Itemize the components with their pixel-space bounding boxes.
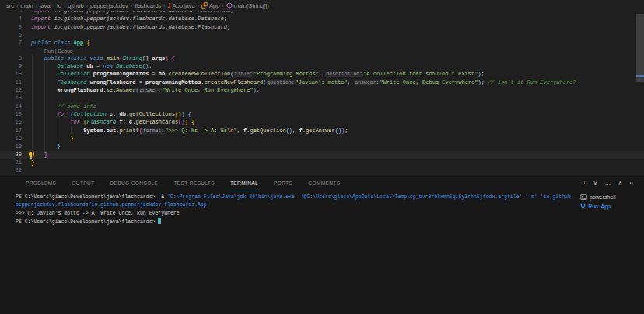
code-line: 17 System.out.printf(format:">>> Q: %s -…: [0, 127, 644, 134]
line-number: 18: [0, 134, 22, 142]
breadcrumb-separator: ›: [222, 3, 223, 9]
breadcrumb-item-github[interactable]: github: [68, 2, 83, 9]
indent-guide: [58, 118, 58, 142]
code-line-text: Flashcard wrongFlashcard = programmingMo…: [31, 78, 644, 86]
code-line: 8 public static void main(String[] args)…: [0, 54, 644, 62]
line-number: 5: [0, 23, 22, 31]
terminal-line: >>> Q: Javian's motto -> A: Write Once, …: [16, 210, 576, 218]
code-line-text: import io.github.pepperjackdev.flashcard…: [31, 15, 644, 23]
code-area: 3import io.github.pepperjackdev.flashcar…: [0, 11, 644, 175]
line-number: 13: [0, 94, 22, 102]
breadcrumb-item-java[interactable]: java: [40, 2, 51, 9]
panel-tab-terminal[interactable]: TERMINAL: [230, 176, 258, 190]
indent-guide: [32, 54, 33, 159]
code-editor[interactable]: 3import io.github.pepperjackdev.flashcar…: [0, 11, 644, 176]
breadcrumb-item-label: pepperjackdev: [90, 2, 128, 9]
codelens-run-debug[interactable]: Run | Debug: [0, 47, 644, 54]
code-line: 5import io.github.pepperjackdev.flashcar…: [0, 23, 644, 31]
panel-tab-comments[interactable]: COMMENTS: [308, 176, 340, 190]
breadcrumb-item-src[interactable]: src: [6, 2, 14, 9]
code-line-text: System.out.printf(format:">>> Q: %s -> A…: [31, 127, 644, 134]
gear-icon: ⚙: [580, 203, 586, 209]
symbol-method-icon: [226, 2, 233, 9]
breadcrumb-separator: ›: [198, 3, 199, 9]
bottom-panel: PROBLEMSOUTPUTDEBUG CONSOLETEST RESULTST…: [0, 176, 644, 314]
code-line-text: for (Flashcard f: c.getFlashcards()) {: [31, 118, 644, 126]
code-line: 22: [0, 166, 644, 174]
vscode-window: src›main›java›io›github›pepperjackdev›fl…: [0, 0, 644, 314]
terminal-list-item-run-app[interactable]: ⚙Run: App: [577, 201, 644, 211]
line-number: 10: [0, 70, 22, 78]
code-line: 21}: [0, 159, 644, 166]
breadcrumb-separator: ›: [36, 3, 37, 9]
terminal-output[interactable]: PS C:\Users\giaco\Development\java\flash…: [0, 194, 576, 226]
code-line-text: [31, 166, 644, 174]
line-number: 19: [0, 142, 22, 150]
code-line-text: [31, 31, 644, 39]
breadcrumb-item-label: java: [40, 2, 51, 9]
breadcrumb-item-main[interactable]: main: [20, 2, 33, 9]
breadcrumb-item-app[interactable]: App: [201, 2, 219, 9]
code-line: 11 Flashcard wrongFlashcard = programmin…: [0, 78, 644, 86]
more-actions-icon[interactable]: …: [604, 180, 611, 187]
breadcrumb-separator: ›: [53, 3, 54, 9]
panel-tab-output[interactable]: OUTPUT: [72, 176, 94, 190]
scrollbar-thumb[interactable]: [636, 14, 644, 82]
code-line-text: import io.github.pepperjackdev.flashcard…: [31, 23, 644, 31]
line-number: 8: [0, 54, 22, 62]
code-line: 9 Database db = new Database();: [0, 62, 644, 70]
terminal-list-item-powershell[interactable]: powershell: [577, 192, 644, 201]
code-line-text: Collection programmingMottos = db.create…: [31, 70, 644, 78]
breadcrumb-item-label: main: [20, 2, 33, 9]
code-line-text: wrongFlashcard.setAnswer(answer:"Write O…: [31, 86, 644, 94]
line-number: 17: [0, 127, 22, 134]
breadcrumb-item-flashcards[interactable]: flashcards: [135, 2, 161, 9]
line-number: 11: [0, 78, 22, 86]
java-file-icon: J: [168, 2, 171, 9]
code-line: 16 for (Flashcard f: c.getFlashcards()) …: [0, 118, 644, 126]
breadcrumb-separator: ›: [163, 3, 165, 9]
breadcrumb-item-label: src: [6, 2, 14, 9]
code-line: 20 }: [0, 151, 644, 159]
indent-guide: [71, 127, 72, 134]
code-line: 4import io.github.pepperjackdev.flashcar…: [0, 15, 644, 23]
breadcrumb-item-label: io: [57, 2, 61, 9]
code-line: 18 }: [0, 134, 644, 142]
inlay-hint: title:: [234, 72, 254, 77]
breadcrumb-item-main-string-[interactable]: main(String[]): [226, 2, 269, 9]
code-line: 13: [0, 94, 644, 102]
panel-tab-test-results[interactable]: TEST RESULTS: [173, 176, 215, 190]
close-panel-icon[interactable]: ×: [629, 180, 633, 187]
panel-actions: +∨…∧×: [583, 180, 644, 187]
chevron-down-icon[interactable]: ∨: [593, 180, 598, 187]
code-line-text: // some info: [31, 103, 644, 110]
panel-tab-debug-console[interactable]: DEBUG CONSOLE: [110, 176, 158, 190]
line-number: 16: [0, 118, 22, 126]
inlay-hint: answer:: [139, 88, 162, 93]
code-line: 19 }: [0, 142, 644, 150]
breadcrumb-separator: ›: [131, 3, 132, 9]
inlay-hint: description:: [325, 72, 363, 77]
overview-ruler-cursor-mark: [636, 75, 644, 77]
panel-header: PROBLEMSOUTPUTDEBUG CONSOLETEST RESULTST…: [0, 176, 644, 190]
inlay-hint: answear:: [354, 80, 380, 85]
breadcrumb: src›main›java›io›github›pepperjackdev›fl…: [0, 0, 644, 11]
line-number: 21: [0, 159, 22, 166]
line-number: 4: [0, 15, 22, 23]
line-number: 9: [0, 62, 22, 70]
panel-tab-ports[interactable]: PORTS: [274, 176, 292, 190]
maximize-panel-icon[interactable]: ∧: [618, 180, 622, 187]
new-terminal-icon[interactable]: +: [583, 180, 586, 187]
code-line-text: public class App {: [31, 39, 644, 47]
breadcrumb-item-app-java[interactable]: JApp.java: [168, 2, 195, 9]
breadcrumb-item-io[interactable]: io: [57, 2, 61, 9]
panel-tab-problems[interactable]: PROBLEMS: [26, 176, 56, 190]
line-number: 15: [0, 110, 22, 118]
terminal-list-item-label: Run: App: [588, 204, 611, 209]
code-line: 10 Collection programmingMottos = db.cre…: [0, 70, 644, 78]
code-line-text: }: [31, 151, 644, 159]
breadcrumb-item-label: flashcards: [135, 2, 161, 9]
line-number: 22: [0, 166, 22, 174]
code-line-text: [31, 94, 644, 102]
breadcrumb-item-pepperjackdev[interactable]: pepperjackdev: [90, 2, 128, 9]
